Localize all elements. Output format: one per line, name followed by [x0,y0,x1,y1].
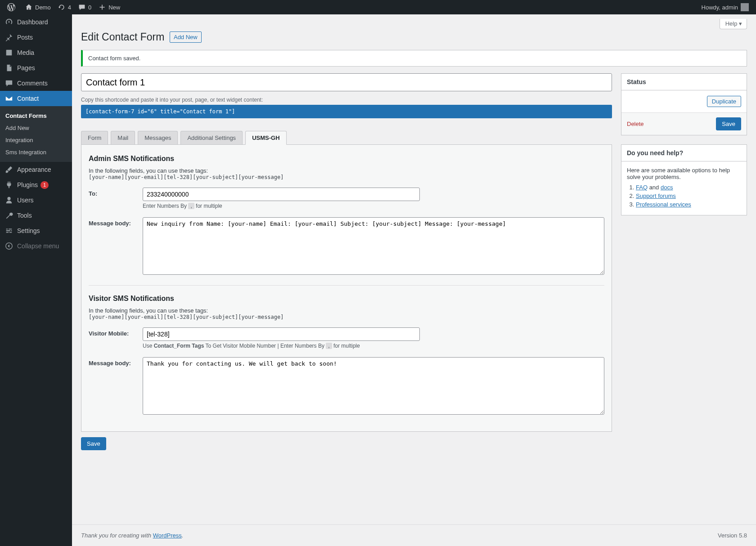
help-tab-toggle[interactable]: Help ▾ [720,19,747,29]
forums-link[interactable]: Support forums [636,192,676,199]
tab-usms-gh[interactable]: USMS-GH [245,131,286,145]
wrench-icon [4,211,14,219]
help-item-pro: Professional services [636,201,741,208]
media-icon [4,49,14,57]
menu-users[interactable]: Users [0,192,72,208]
form-title-input[interactable] [81,73,612,91]
comments-link[interactable]: 0 [75,0,95,14]
tab-mail[interactable]: Mail [111,131,135,144]
comments-count: 0 [88,4,91,11]
mail-icon [4,94,14,103]
shortcode-hint: Copy this shortcode and paste it into yo… [81,97,612,103]
visitor-mobile-input[interactable] [143,327,420,341]
comment-icon [78,4,86,11]
menu-contact[interactable]: Contact [0,91,72,106]
new-content-link[interactable]: New [95,0,124,14]
help-box-title: Do you need help? [621,145,747,161]
collapse-icon [4,242,14,250]
visitor-mobile-label: Visitor Mobile: [89,327,143,337]
docs-link[interactable]: docs [661,184,673,191]
shortcode-display[interactable]: [contact-form-7 id="6" title="Contact fo… [81,105,612,118]
home-icon [25,4,32,11]
tab-additional-settings[interactable]: Additional Settings [180,131,243,144]
submenu-sms-integration[interactable]: Sms Integration [0,146,72,158]
admin-body-textarea[interactable] [143,217,604,275]
page-icon [4,64,14,72]
admin-body-label: Message body: [89,217,143,227]
section-separator [89,285,604,286]
page-title: Edit Contact Form [81,31,164,43]
help-item-forums: Support forums [636,192,741,199]
dashboard-icon [4,18,14,26]
faq-link[interactable]: FAQ [636,184,648,191]
to-input[interactable] [143,188,420,201]
plus-icon [99,4,106,11]
save-button-bottom[interactable]: Save [81,437,106,450]
visitor-body-label: Message body: [89,357,143,367]
updates-link[interactable]: 4 [54,0,75,14]
visitor-sms-title: Visitor SMS Notifications [89,295,604,303]
new-label: New [108,4,120,11]
screen-meta: Help ▾ [720,19,747,29]
tab-messages[interactable]: Messages [138,131,178,144]
user-icon [4,196,14,204]
to-label: To: [89,188,143,197]
status-box-title: Status [621,74,747,90]
admin-bar: Demo 4 0 New Howdy, admin [0,0,756,14]
menu-comments[interactable]: Comments [0,76,72,91]
add-new-button[interactable]: Add New [170,31,202,43]
site-name: Demo [35,4,51,11]
duplicate-button[interactable]: Duplicate [707,96,741,107]
admin-sms-title: Admin SMS Notifications [89,155,604,163]
admin-tags-intro: In the following fields, you can use the… [89,167,604,174]
pin-icon [4,33,14,41]
admin-footer: Thank you for creating with WordPress. V… [72,524,756,546]
help-box-intro: Here are some available options to help … [627,167,741,180]
update-icon [58,4,65,11]
plug-icon [4,181,14,189]
submenu-contact: Contact Forms Add New Integration Sms In… [0,106,72,162]
status-box: Status Duplicate Delete Save [621,73,747,135]
my-account[interactable]: Howdy, admin [698,0,752,14]
menu-plugins[interactable]: Plugins1 [0,177,72,192]
submenu-contact-forms[interactable]: Contact Forms [0,110,72,122]
menu-settings[interactable]: Settings [0,223,72,238]
delete-link[interactable]: Delete [627,121,644,127]
visitor-tags-intro: In the following fields, you can use the… [89,307,604,314]
notice-saved: Contact form saved. [81,50,747,67]
pro-link[interactable]: Professional services [636,201,691,208]
submenu-integration[interactable]: Integration [0,134,72,146]
brush-icon [4,166,14,174]
menu-pages[interactable]: Pages [0,60,72,76]
wp-logo[interactable] [4,0,22,14]
save-button-side[interactable]: Save [716,117,741,130]
howdy-text: Howdy, admin [702,4,738,11]
wordpress-icon [7,3,15,11]
visitor-body-textarea[interactable] [143,357,604,415]
visitor-tags: [your-name][your-email][tel-328][your-su… [89,314,604,320]
tabs: Form Mail Messages Additional Settings U… [81,131,612,145]
menu-dashboard[interactable]: Dashboard [0,14,72,30]
admin-menu: Dashboard Posts Media Pages Comments Con… [0,14,72,546]
menu-posts[interactable]: Posts [0,30,72,45]
sliders-icon [4,227,14,235]
wordpress-link[interactable]: WordPress [153,532,182,539]
menu-media[interactable]: Media [0,45,72,60]
updates-count: 4 [68,4,71,11]
plugins-badge: 1 [40,181,49,189]
site-name-link[interactable]: Demo [22,0,54,14]
comments-icon [4,79,14,87]
tab-form[interactable]: Form [81,131,108,144]
avatar [741,3,749,11]
help-box: Do you need help? Here are some availabl… [621,144,747,215]
admin-tags: [your-name][your-email][tel-328][your-su… [89,174,604,180]
visitor-mobile-hint: Use Contact_Form Tags To Get Visitor Mob… [143,343,604,349]
menu-collapse[interactable]: Collapse menu [0,238,72,254]
menu-appearance[interactable]: Appearance [0,162,72,177]
help-item-faq: FAQ and docs [636,184,741,191]
submenu-add-new[interactable]: Add New [0,122,72,134]
to-hint: Enter Numbers By , for multiple [143,203,604,209]
menu-tools[interactable]: Tools [0,208,72,223]
version-text: Version 5.8 [718,532,747,539]
tab-panel: Admin SMS Notifications In the following… [81,145,612,432]
